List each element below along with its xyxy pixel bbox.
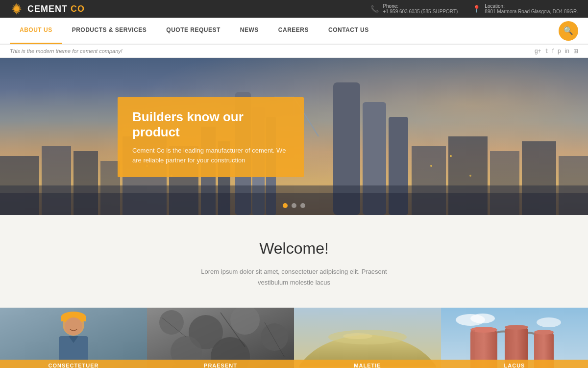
location-icon: 📍 xyxy=(472,5,481,13)
nav-quote[interactable]: QUOTE REQUEST xyxy=(156,18,230,44)
svg-point-62 xyxy=(505,325,528,330)
location-label: Location: xyxy=(485,3,578,9)
svg-point-25 xyxy=(450,155,452,157)
phone-label: Phone: xyxy=(383,3,458,9)
card-2-label: PRAESENT xyxy=(152,363,289,368)
search-button[interactable]: 🔍 xyxy=(559,21,578,41)
nav-products[interactable]: PRODUCTS & SERVICES xyxy=(62,18,157,44)
nav-links: ABOUT US PRODUCTS & SERVICES QUOTE REQUE… xyxy=(10,18,379,44)
top-bar: CEMENT CO 📞 Phone: +1 959 603 6035 (585-… xyxy=(0,0,588,18)
storage-tanks-illustration xyxy=(441,308,588,368)
social-icons: g+ 𝕥 f p in ⊞ xyxy=(535,48,578,54)
slide-dot-1[interactable] xyxy=(283,203,288,208)
slide-dot-2[interactable] xyxy=(292,203,296,208)
card-4-label-bar: LACUS xyxy=(441,360,588,368)
nav-bar: ABOUT US PRODUCTS & SERVICES QUOTE REQUE… xyxy=(0,18,588,44)
welcome-text: Lorem ipsum dolor sit amet, consectetuer… xyxy=(201,266,387,288)
phone-value: +1 959 603 6035 (585-SUPPORT) xyxy=(383,9,458,14)
pinterest-icon[interactable]: p xyxy=(558,48,561,54)
search-icon: 🔍 xyxy=(564,26,573,35)
cards-row: CONSECTETUER PRAESENT xyxy=(0,308,588,368)
card-1[interactable]: CONSECTETUER xyxy=(0,308,147,368)
card-3-label: MALETIE xyxy=(299,363,436,368)
svg-point-26 xyxy=(469,175,471,177)
logo-text: CEMENT CO xyxy=(27,4,85,14)
concrete-illustration xyxy=(147,308,294,368)
nav-contact[interactable]: CONTACT US xyxy=(318,18,379,44)
svg-point-41 xyxy=(261,323,288,351)
svg-point-1 xyxy=(14,6,19,11)
facebook-icon[interactable]: f xyxy=(552,48,554,54)
rss-icon[interactable]: ⊞ xyxy=(573,48,578,54)
worker-illustration xyxy=(0,308,147,368)
card-2[interactable]: PRAESENT xyxy=(147,308,294,368)
logo: CEMENT CO xyxy=(10,2,85,16)
svg-point-64 xyxy=(534,330,554,335)
card-2-label-bar: PRAESENT xyxy=(147,360,294,368)
slide-dot-3[interactable] xyxy=(300,203,305,208)
phone-item: 📞 Phone: +1 959 603 6035 (585-SUPPORT) xyxy=(370,3,458,14)
card-3-label-bar: MALETIE xyxy=(294,360,441,368)
svg-point-54 xyxy=(537,317,561,327)
google-plus-icon[interactable]: g+ xyxy=(535,48,541,54)
cement-pile-illustration xyxy=(294,308,441,368)
card-4[interactable]: LACUS xyxy=(441,308,588,368)
contact-info: 📞 Phone: +1 959 603 6035 (585-SUPPORT) 📍… xyxy=(370,3,578,14)
card-1-label-bar: CONSECTETUER xyxy=(0,360,147,368)
slide-indicators xyxy=(283,203,305,208)
svg-point-38 xyxy=(159,310,184,335)
hero-overlay: Builders know our product Cement Co is t… xyxy=(118,97,304,177)
nav-news[interactable]: NEWS xyxy=(230,18,269,44)
tagline: This is the modern theme for cement comp… xyxy=(10,48,122,54)
sub-bar: This is the modern theme for cement comp… xyxy=(0,44,588,58)
card-1-label: CONSECTETUER xyxy=(5,363,142,368)
nav-about-us[interactable]: ABOUT US xyxy=(10,18,62,44)
welcome-section: Welcome! Lorem ipsum dolor sit amet, con… xyxy=(0,215,588,308)
twitter-icon[interactable]: 𝕥 xyxy=(545,48,548,54)
hero-title: Builders know our product xyxy=(132,109,289,140)
location-value: 8901 Marmora Road Glasgow, DO4 89GR. xyxy=(485,9,578,14)
svg-point-24 xyxy=(430,165,432,167)
svg-point-50 xyxy=(343,333,372,339)
hero-section: Builders know our product Cement Co is t… xyxy=(0,58,588,215)
svg-point-35 xyxy=(65,317,82,335)
card-3[interactable]: MALETIE xyxy=(294,308,441,368)
welcome-title: Welcome! xyxy=(10,239,578,258)
linkedin-icon[interactable]: in xyxy=(565,48,569,54)
nav-careers[interactable]: CAREERS xyxy=(269,18,318,44)
location-item: 📍 Location: 8901 Marmora Road Glasgow, D… xyxy=(472,3,578,14)
phone-icon: 📞 xyxy=(370,5,379,13)
hero-subtitle: Cement Co is the leading manufacturer of… xyxy=(132,146,289,165)
gear-icon xyxy=(10,2,24,16)
card-4-label: LACUS xyxy=(446,363,583,368)
svg-point-53 xyxy=(470,314,495,323)
